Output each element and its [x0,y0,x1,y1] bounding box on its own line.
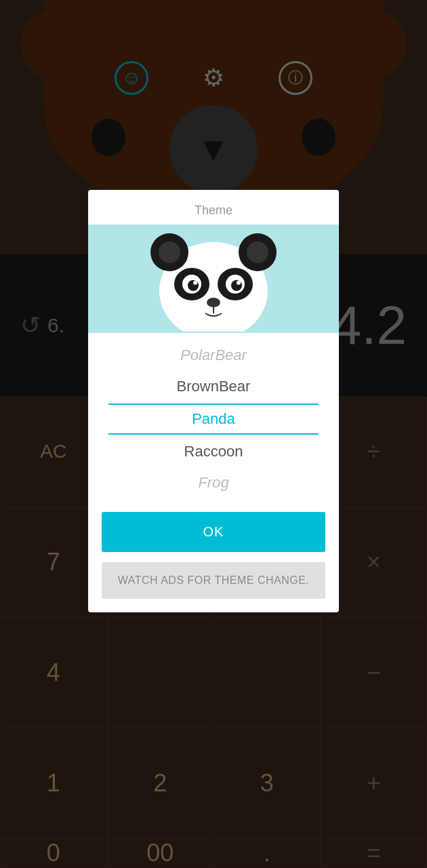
svg-point-4 [247,241,268,263]
dialog-title: Theme [88,190,339,224]
svg-point-12 [237,281,241,285]
svg-point-13 [207,298,220,307]
svg-point-11 [193,281,197,285]
svg-point-10 [231,280,242,291]
theme-item-brownbear[interactable]: BrownBear [88,371,339,402]
panda-preview-image [88,224,339,333]
watch-ads-button[interactable]: WATCH ADS FOR THEME CHANGE. [102,562,325,599]
ok-button[interactable]: OK [102,512,325,552]
svg-point-9 [188,280,199,291]
panda-svg [146,226,281,332]
theme-list: PolarBear BrownBear Panda Raccoon Frog [88,333,339,505]
theme-item-frog[interactable]: Frog [88,467,339,498]
theme-dialog: Theme [88,190,339,612]
theme-item-polarbear[interactable]: PolarBear [88,340,339,371]
theme-item-panda[interactable]: Panda [108,403,319,435]
theme-item-raccoon[interactable]: Raccoon [88,436,339,467]
svg-point-3 [159,241,180,263]
